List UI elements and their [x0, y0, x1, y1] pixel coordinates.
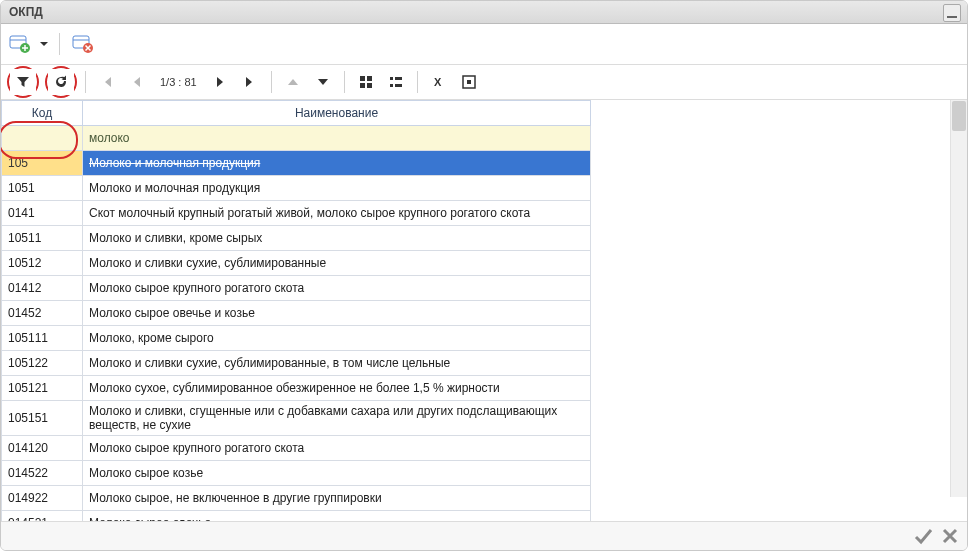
cell-code: 105121: [2, 376, 83, 401]
new-record-button[interactable]: [7, 31, 33, 57]
window-title: ОКПД: [9, 5, 43, 19]
content-area: Код Наименование 105Молоко и молочная пр…: [1, 100, 967, 525]
move-down-button[interactable]: [310, 69, 336, 95]
table-row[interactable]: 10512Молоко и сливки сухие, сублимирован…: [2, 251, 591, 276]
cell-code: 105122: [2, 351, 83, 376]
triangle-up-icon: [285, 74, 301, 90]
table-row[interactable]: 105151Молоко и сливки, сгущенные или с д…: [2, 401, 591, 436]
confirm-button[interactable]: [913, 526, 933, 546]
view-grid-button[interactable]: [353, 69, 379, 95]
last-page-button[interactable]: [237, 69, 263, 95]
toolbar-separator: [417, 71, 418, 93]
next-page-button[interactable]: [207, 69, 233, 95]
close-icon: [941, 527, 959, 545]
table-row[interactable]: 014922Молоко сырое, не включенное в друг…: [2, 486, 591, 511]
first-icon: [99, 74, 115, 90]
svg-rect-9: [360, 83, 365, 88]
svg-rect-13: [390, 84, 393, 87]
cell-code: 014120: [2, 436, 83, 461]
square-dot-icon: [461, 74, 477, 90]
minimize-icon: [944, 5, 960, 21]
filter-row: [2, 126, 591, 151]
filter-name-input[interactable]: [83, 126, 590, 150]
right-pane: [591, 100, 967, 525]
table-row[interactable]: 01452Молоко сырое овечье и козье: [2, 301, 591, 326]
page-indicator: 1/3 : 81: [154, 76, 203, 88]
svg-rect-7: [360, 76, 365, 81]
table-row[interactable]: 0141Скот молочный крупный рогатый живой,…: [2, 201, 591, 226]
prev-page-button[interactable]: [124, 69, 150, 95]
toolbar-separator: [85, 71, 86, 93]
prev-icon: [129, 74, 145, 90]
filter-button[interactable]: [10, 69, 36, 95]
triangle-down-icon: [315, 74, 331, 90]
cell-name: Молоко и молочная продукция: [83, 151, 591, 176]
table-row[interactable]: 1051Молоко и молочная продукция: [2, 176, 591, 201]
cell-name: Молоко сырое крупного рогатого скота: [83, 276, 591, 301]
cell-code: 10512: [2, 251, 83, 276]
cell-name: Молоко и сливки сухие, сублимированные: [83, 251, 591, 276]
col-header-code[interactable]: Код: [2, 101, 83, 126]
cell-code: 014522: [2, 461, 83, 486]
cell-name: Скот молочный крупный рогатый живой, мол…: [83, 201, 591, 226]
cell-code: 105: [2, 151, 83, 176]
table-row[interactable]: 105111Молоко, кроме сырого: [2, 326, 591, 351]
cell-name: Молоко и сливки, кроме сырых: [83, 226, 591, 251]
filter-code-input[interactable]: [2, 126, 82, 150]
cell-name: Молоко сырое крупного рогатого скота: [83, 436, 591, 461]
refresh-highlight: [45, 66, 77, 98]
cell-code: 105151: [2, 401, 83, 436]
last-icon: [242, 74, 258, 90]
refresh-button[interactable]: [48, 69, 74, 95]
dropdown-caret-icon[interactable]: [39, 39, 49, 49]
cell-name: Молоко, кроме сырого: [83, 326, 591, 351]
minimize-button[interactable]: [943, 4, 961, 22]
upper-toolbar: [1, 24, 967, 65]
cancel-button[interactable]: [941, 527, 959, 545]
delete-record-button[interactable]: [70, 31, 96, 57]
svg-rect-11: [390, 77, 393, 80]
table-delete-icon: [72, 33, 94, 55]
svg-rect-12: [395, 77, 402, 80]
excel-icon: X: [431, 74, 447, 90]
cell-code: 014922: [2, 486, 83, 511]
export-excel-button[interactable]: X: [426, 69, 452, 95]
cell-name: Молоко и сливки, сгущенные или с добавка…: [83, 401, 591, 436]
refresh-icon: [53, 74, 69, 90]
svg-rect-17: [467, 80, 471, 84]
cell-code: 105111: [2, 326, 83, 351]
table-row[interactable]: 105Молоко и молочная продукция: [2, 151, 591, 176]
toolbar-separator: [344, 71, 345, 93]
left-pane: Код Наименование 105Молоко и молочная пр…: [1, 100, 591, 525]
svg-rect-10: [367, 83, 372, 88]
table-row[interactable]: 014120Молоко сырое крупного рогатого ско…: [2, 436, 591, 461]
move-up-button[interactable]: [280, 69, 306, 95]
table-add-icon: [9, 33, 31, 55]
cell-code: 01412: [2, 276, 83, 301]
cell-name: Молоко и молочная продукция: [83, 176, 591, 201]
grid-icon: [358, 74, 374, 90]
app-window: ОКПД: [0, 0, 968, 551]
settings-button[interactable]: [456, 69, 482, 95]
col-header-name[interactable]: Наименование: [83, 101, 591, 126]
cell-code: 0141: [2, 201, 83, 226]
table-row[interactable]: 105122Молоко и сливки сухие, сублимирова…: [2, 351, 591, 376]
table-row[interactable]: 105121Молоко сухое, сублимированное обез…: [2, 376, 591, 401]
cell-name: Молоко сырое овечье и козье: [83, 301, 591, 326]
table-row[interactable]: 014522Молоко сырое козье: [2, 461, 591, 486]
cell-name: Молоко и сливки сухие, сублимированные, …: [83, 351, 591, 376]
cell-name: Молоко сухое, сублимированное обезжиренн…: [83, 376, 591, 401]
cell-name: Молоко сырое, не включенное в другие гру…: [83, 486, 591, 511]
table-row[interactable]: 10511Молоко и сливки, кроме сырых: [2, 226, 591, 251]
scrollbar-thumb[interactable]: [952, 101, 966, 131]
cell-code: 1051: [2, 176, 83, 201]
filter-highlight: [7, 66, 39, 98]
vertical-scrollbar[interactable]: [950, 100, 967, 497]
table-row[interactable]: 01412Молоко сырое крупного рогатого скот…: [2, 276, 591, 301]
view-list-button[interactable]: [383, 69, 409, 95]
first-page-button[interactable]: [94, 69, 120, 95]
cell-code: 01452: [2, 301, 83, 326]
toolbar-separator: [271, 71, 272, 93]
data-table: Код Наименование 105Молоко и молочная пр…: [1, 100, 591, 525]
svg-text:X: X: [434, 76, 442, 88]
